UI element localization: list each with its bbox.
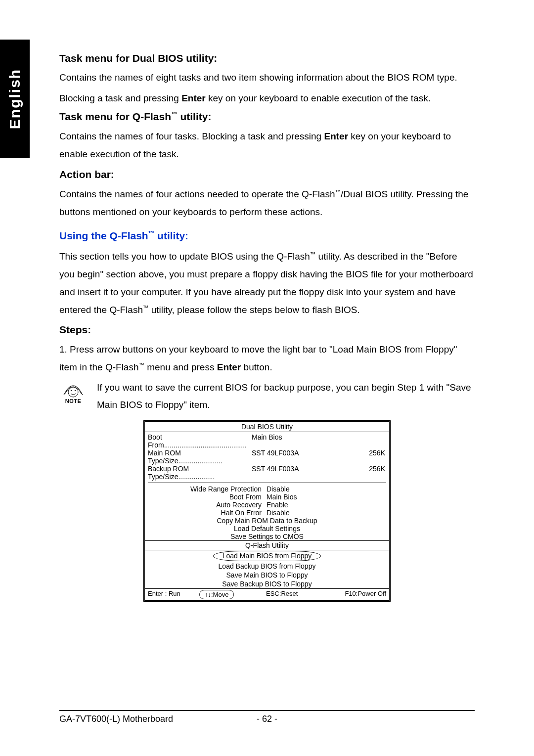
bios-action-item[interactable]: Copy Main ROM Data to Backup <box>148 517 386 525</box>
using-qflash-heading: Using the Q-Flash™ utility: <box>59 230 475 242</box>
bios-utility-box: Dual BIOS Utility Boot From.............… <box>143 420 391 602</box>
footer-model: GA-7VT600(-L) Motherboard <box>59 714 247 724</box>
dual-bios-paragraph-1: Contains the names of eight tasks and tw… <box>59 69 475 86</box>
qflash-item[interactable]: Save Backup BIOS to Floppy <box>145 579 389 588</box>
bios-setting-row[interactable]: Boot FromMain Bios <box>148 493 386 501</box>
qflash-heading: Task menu for Q-Flash™ utility: <box>59 111 475 123</box>
steps-heading: Steps: <box>59 324 475 336</box>
bios-info-row: Boot From...............................… <box>148 433 386 449</box>
bios-info-row: Backup ROM Type/Size................... … <box>148 465 386 481</box>
action-bar-paragraph: Contains the names of four actions neede… <box>59 185 475 221</box>
bios-info-row: Main ROM Type/Size......................… <box>148 449 386 465</box>
svg-point-2 <box>75 390 76 391</box>
note-text: If you want to save the current BIOS for… <box>97 379 475 413</box>
language-tab-label: English <box>6 69 23 129</box>
svg-point-1 <box>71 390 72 391</box>
action-bar-heading: Action bar: <box>59 169 475 180</box>
dual-bios-heading: Task menu for Dual BIOS utility: <box>59 52 475 64</box>
action-f10: F10:Power Off <box>330 589 389 600</box>
action-esc: ESC:Reset <box>234 589 330 600</box>
action-enter: Enter : Run <box>145 589 199 600</box>
bios-setting-row[interactable]: Wide Range ProtectionDisable <box>148 485 386 493</box>
bios-action-item[interactable]: Load Default Settings <box>148 525 386 533</box>
bios-setting-row[interactable]: Halt On ErrorDisable <box>148 509 386 517</box>
note-label: NOTE <box>65 398 82 404</box>
bios-title: Dual BIOS Utility <box>145 422 389 432</box>
qflash-section-title: Q-Flash Utility <box>145 540 389 550</box>
page-content: Task menu for Dual BIOS utility: Contain… <box>59 49 475 602</box>
language-tab: English <box>0 40 30 158</box>
svg-point-0 <box>68 387 78 397</box>
page-footer: GA-7VT600(-L) Motherboard - 62 - <box>59 710 475 724</box>
qflash-item[interactable]: Save Main BIOS to Floppy <box>145 571 389 579</box>
footer-page-number: - 62 - <box>247 714 287 724</box>
step-1: 1. Press arrow buttons on your keyboard … <box>59 341 475 376</box>
bios-action-bar: Enter : Run ↑↓:Move ESC:Reset F10:Power … <box>145 588 389 600</box>
qflash-item-highlighted[interactable]: Load Main BIOS from Floppy <box>145 550 389 562</box>
qflash-paragraph: Contains the names of four tasks. Blocki… <box>59 128 475 163</box>
bios-action-item[interactable]: Save Settings to CMOS <box>148 533 386 540</box>
dual-bios-paragraph-2: Blocking a task and pressing Enter key o… <box>59 90 475 107</box>
using-qflash-paragraph: This section tells you how to update BIO… <box>59 248 475 319</box>
note-icon: NOTE <box>59 379 87 404</box>
bios-setting-row[interactable]: Auto RecoveryEnable <box>148 501 386 509</box>
action-move: ↑↓:Move <box>199 590 234 599</box>
note-block: NOTE If you want to save the current BIO… <box>59 379 475 413</box>
qflash-item[interactable]: Load Backup BIOS from Floppy <box>145 562 389 571</box>
